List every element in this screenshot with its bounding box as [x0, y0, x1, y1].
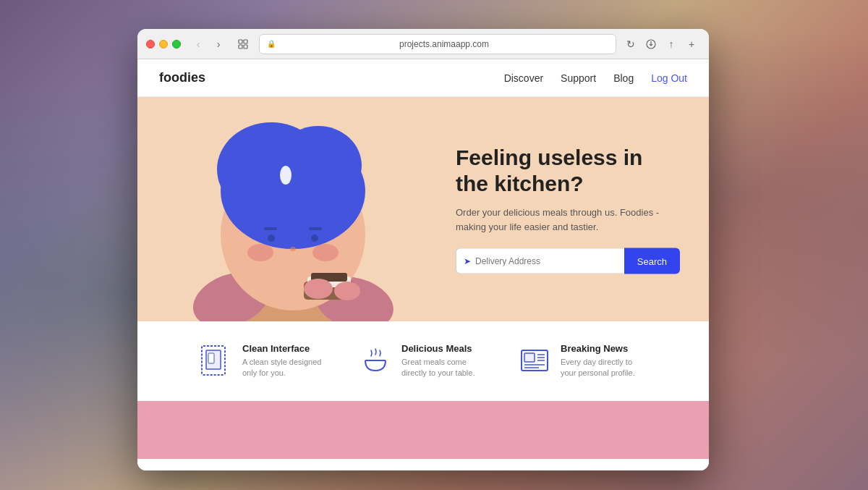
- svg-rect-18: [264, 227, 277, 230]
- features-section: Clean Interface A clean style designed o…: [137, 321, 709, 401]
- browser-window: ‹ › 🔒 projects.animaapp.com ↻: [137, 29, 709, 470]
- site-logo: foodies: [159, 70, 504, 85]
- character-svg: [159, 97, 427, 321]
- feature-clean-interface: Clean Interface A clean style designed o…: [199, 343, 329, 379]
- url-text: projects.animaapp.com: [280, 39, 608, 49]
- nav-logout[interactable]: Log Out: [651, 72, 687, 84]
- svg-rect-0: [239, 40, 242, 43]
- hero-subtext: Order your delicious meals through us. F…: [456, 206, 680, 234]
- svg-point-12: [275, 126, 362, 206]
- search-input[interactable]: [475, 256, 617, 266]
- chevron-left-icon: ‹: [197, 38, 200, 50]
- svg-point-14: [247, 244, 273, 261]
- nav-links: Discover Support Blog Log Out: [504, 72, 687, 84]
- lock-icon: 🔒: [267, 40, 276, 48]
- download-button[interactable]: [642, 35, 660, 53]
- share-button[interactable]: ↑: [663, 35, 680, 53]
- browser-toolbar: ‹ › 🔒 projects.animaapp.com ↻: [137, 29, 709, 59]
- traffic-lights: [146, 40, 181, 48]
- svg-rect-31: [524, 353, 535, 362]
- chevron-right-icon: ›: [217, 38, 221, 50]
- feature-meals-title: Delicious Meals: [401, 343, 488, 354]
- hero-illustration: [159, 97, 427, 321]
- maximize-button[interactable]: [172, 40, 181, 48]
- svg-rect-1: [244, 40, 247, 43]
- search-input-wrapper[interactable]: ➤: [456, 248, 624, 274]
- hero-heading: Feeling useless in the kitchen?: [456, 145, 680, 197]
- nav-buttons: ‹ ›: [190, 35, 227, 53]
- minimize-button[interactable]: [159, 40, 168, 48]
- delicious-meals-icon: [358, 343, 393, 378]
- search-bar: ➤ Search: [456, 248, 680, 274]
- breaking-news-icon: [517, 343, 552, 378]
- svg-point-17: [311, 235, 318, 242]
- svg-point-24: [304, 279, 333, 299]
- reload-button[interactable]: ↻: [622, 35, 639, 53]
- feature-delicious-meals: Delicious Meals Great meals come directl…: [358, 343, 488, 379]
- location-icon: ➤: [464, 256, 471, 266]
- plus-icon: +: [689, 38, 694, 50]
- nav-discover[interactable]: Discover: [504, 72, 543, 84]
- back-button[interactable]: ‹: [190, 35, 207, 53]
- svg-point-13: [280, 166, 292, 185]
- svg-point-15: [312, 244, 339, 261]
- svg-rect-28: [208, 353, 214, 363]
- website-content: foodies Discover Support Blog Log Out: [137, 59, 709, 470]
- hero-section: Feeling useless in the kitchen? Order yo…: [137, 97, 709, 321]
- site-navigation: foodies Discover Support Blog Log Out: [137, 59, 709, 97]
- feature-clean-title: Clean Interface: [242, 343, 329, 354]
- download-icon: [646, 39, 656, 49]
- feature-clean-text: Clean Interface A clean style designed o…: [242, 343, 329, 379]
- svg-point-16: [268, 235, 275, 242]
- add-tab-button[interactable]: +: [683, 35, 700, 53]
- feature-news-desc: Every day directly to your personal prof…: [561, 357, 647, 379]
- svg-rect-3: [244, 45, 247, 48]
- tab-grid-icon: [238, 39, 248, 49]
- clean-interface-icon: [199, 343, 234, 378]
- search-button[interactable]: Search: [624, 248, 680, 274]
- pink-section: [137, 401, 709, 459]
- close-button[interactable]: [146, 40, 155, 48]
- toolbar-right: ↻ ↑ +: [622, 35, 700, 53]
- svg-point-20: [290, 247, 296, 251]
- forward-button[interactable]: ›: [210, 35, 227, 53]
- svg-rect-2: [239, 45, 242, 48]
- nav-blog[interactable]: Blog: [613, 72, 634, 84]
- svg-rect-19: [309, 227, 322, 230]
- address-bar[interactable]: 🔒 projects.animaapp.com: [259, 34, 616, 54]
- svg-point-25: [334, 282, 360, 300]
- feature-meals-text: Delicious Meals Great meals come directl…: [401, 343, 488, 379]
- feature-meals-desc: Great meals come directly to your table.: [401, 357, 488, 379]
- tab-overview-button[interactable]: [233, 34, 253, 54]
- share-icon: ↑: [669, 38, 674, 50]
- feature-clean-desc: A clean style designed only for you.: [242, 357, 329, 379]
- feature-breaking-news: Breaking News Every day directly to your…: [517, 343, 647, 379]
- reload-icon: ↻: [626, 38, 635, 50]
- feature-news-title: Breaking News: [561, 343, 647, 354]
- hero-text-content: Feeling useless in the kitchen? Order yo…: [456, 145, 680, 274]
- nav-support[interactable]: Support: [561, 72, 596, 84]
- feature-news-text: Breaking News Every day directly to your…: [561, 343, 647, 379]
